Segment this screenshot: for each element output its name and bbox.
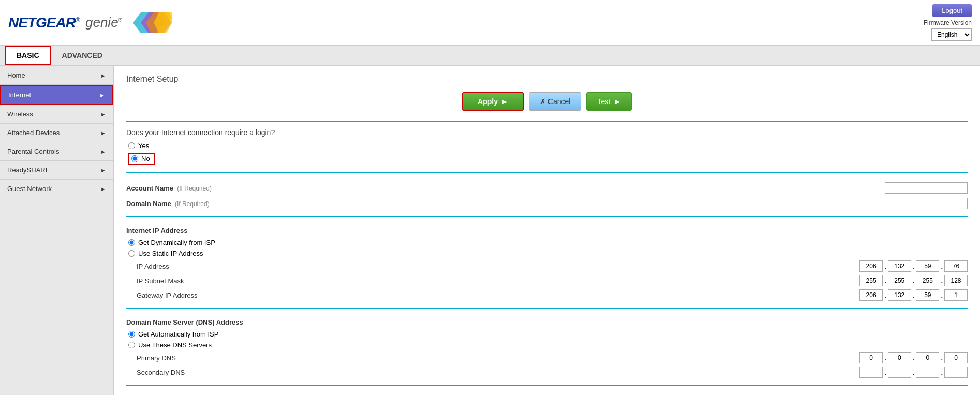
sidebar-item-internet[interactable]: Internet ► <box>0 85 113 105</box>
radio-dns-manual[interactable] <box>128 342 135 348</box>
account-section: Account Name (If Required) Domain Name (… <box>126 179 968 209</box>
primary-dns-octet3[interactable] <box>916 352 939 363</box>
account-name-input-wrapper <box>885 182 968 194</box>
account-name-input[interactable] <box>885 182 968 194</box>
header: NETGEAR® genie® Logout Firmware Version … <box>0 0 980 46</box>
secondary-dns-octet1[interactable] <box>859 367 883 378</box>
ip-address-octet4[interactable] <box>944 260 968 272</box>
radio-no[interactable] <box>131 155 138 162</box>
sidebar-item-home[interactable]: Home ► <box>0 66 113 85</box>
gateway-octet1[interactable] <box>859 289 883 301</box>
sidebar-item-home-label: Home <box>7 71 25 79</box>
gateway-octet2[interactable] <box>888 289 911 301</box>
main-layout: Home ► Internet ► Wireless ► Attached De… <box>0 66 980 395</box>
subnet-octet4[interactable] <box>944 275 968 286</box>
sidebar-item-wireless[interactable]: Wireless ► <box>0 105 113 124</box>
ip-address-octet2[interactable] <box>888 260 911 272</box>
tab-advanced[interactable]: ADVANCED <box>51 46 114 65</box>
radio-dns-auto[interactable] <box>128 331 135 338</box>
primary-dns-row: Primary DNS . . . <box>126 352 968 363</box>
action-bar: Apply ► ✗ Cancel Test ► <box>126 92 968 111</box>
tab-basic[interactable]: BASIC <box>5 46 51 65</box>
secondary-dns-octet4[interactable] <box>944 367 968 378</box>
sidebar-item-parental-label: Parental Controls <box>7 148 59 155</box>
secondary-dns-row: Secondary DNS . . . <box>126 367 968 378</box>
apply-button[interactable]: Apply ► <box>462 92 524 111</box>
logout-button[interactable]: Logout <box>932 4 972 17</box>
subnet-octet3[interactable] <box>916 275 939 286</box>
sidebar-arrow-attached: ► <box>100 130 106 136</box>
gateway-inputs: . . . <box>859 289 968 301</box>
ip-address-octet3[interactable] <box>916 260 939 272</box>
secondary-dns-octet3[interactable] <box>916 367 939 378</box>
sidebar-item-readyshare[interactable]: ReadySHARE ► <box>0 161 113 180</box>
dns-title: Domain Name Server (DNS) Address <box>126 318 968 326</box>
primary-dns-octet2[interactable] <box>888 352 911 363</box>
nav-tabs: BASIC ADVANCED <box>0 46 980 66</box>
ip-address-octet1[interactable] <box>859 260 883 272</box>
subnet-octet1[interactable] <box>859 275 883 286</box>
radio-yes-label[interactable]: Yes <box>138 142 149 150</box>
sidebar-item-attached-devices[interactable]: Attached Devices ► <box>0 124 113 142</box>
sidebar-arrow-parental: ► <box>100 149 106 155</box>
dns-section: Domain Name Server (DNS) Address Get Aut… <box>126 315 968 378</box>
sidebar: Home ► Internet ► Wireless ► Attached De… <box>0 66 114 395</box>
radio-dns-manual-label[interactable]: Use These DNS Servers <box>138 341 212 349</box>
ip-section: Internet IP Address Get Dynamically from… <box>126 224 968 301</box>
subnet-mask-row: IP Subnet Mask . . . <box>126 275 968 286</box>
radio-static[interactable] <box>128 250 135 257</box>
page-title: Internet Setup <box>126 75 968 84</box>
subnet-mask-inputs: . . . <box>859 275 968 286</box>
radio-static-row: Use Static IP Address <box>126 250 968 257</box>
ip-address-inputs: . . . <box>859 260 968 272</box>
genie-logo: genie® <box>82 14 122 31</box>
primary-dns-octet4[interactable] <box>944 352 968 363</box>
divider-1 <box>126 172 968 173</box>
content-area: Internet Setup Apply ► ✗ Cancel Test ► D… <box>114 66 980 395</box>
genie-trademark: ® <box>118 17 122 23</box>
radio-dynamic[interactable] <box>128 239 135 246</box>
logo-area: NETGEAR® genie® <box>8 12 924 33</box>
sidebar-arrow-guest: ► <box>100 186 106 192</box>
domain-name-input-wrapper <box>885 198 968 209</box>
subnet-octet2[interactable] <box>888 275 911 286</box>
primary-dns-octet1[interactable] <box>859 352 883 363</box>
apply-arrow-icon: ► <box>501 97 508 106</box>
sidebar-arrow-wireless: ► <box>100 111 106 118</box>
domain-name-input[interactable] <box>885 198 968 209</box>
domain-name-label: Domain Name (If Required) <box>126 200 219 208</box>
sidebar-item-guest-label: Guest Network <box>7 185 52 193</box>
sidebar-arrow-home: ► <box>100 72 106 79</box>
secondary-dns-inputs: . . . <box>859 367 968 378</box>
gateway-octet4[interactable] <box>944 289 968 301</box>
secondary-dns-octet2[interactable] <box>888 367 911 378</box>
netgear-logo: NETGEAR® <box>8 14 80 31</box>
primary-dns-label: Primary DNS <box>126 354 230 362</box>
radio-yes[interactable] <box>128 142 135 149</box>
sidebar-arrow-readyshare: ► <box>100 167 106 173</box>
gateway-label: Gateway IP Address <box>126 291 230 299</box>
primary-dns-inputs: . . . <box>859 352 968 363</box>
test-button[interactable]: Test ► <box>586 92 632 111</box>
divider-3 <box>126 308 968 309</box>
apply-label: Apply <box>478 97 498 106</box>
secondary-dns-label: Secondary DNS <box>126 369 230 376</box>
language-select[interactable]: English French Spanish German Italian <box>931 28 972 41</box>
radio-no-label[interactable]: No <box>141 155 150 163</box>
sidebar-item-parental-controls[interactable]: Parental Controls ► <box>0 142 113 161</box>
radio-static-label[interactable]: Use Static IP Address <box>138 250 203 257</box>
radio-dns-auto-label[interactable]: Get Automatically from ISP <box>138 330 218 338</box>
radio-no-selected: No <box>128 153 155 165</box>
cancel-label: Cancel <box>548 97 571 106</box>
cancel-button[interactable]: ✗ Cancel <box>529 92 582 111</box>
header-right: Logout Firmware Version English French S… <box>924 4 972 41</box>
gateway-octet3[interactable] <box>916 289 939 301</box>
registered-mark: ® <box>76 16 80 23</box>
radio-dynamic-row: Get Dynamically from ISP <box>126 239 968 246</box>
firmware-version-label: Firmware Version <box>924 19 972 26</box>
sidebar-item-attached-label: Attached Devices <box>7 129 60 137</box>
sidebar-item-guest-network[interactable]: Guest Network ► <box>0 180 113 198</box>
logo-shape <box>130 12 172 33</box>
account-name-label: Account Name (If Required) <box>126 184 219 192</box>
radio-dynamic-label[interactable]: Get Dynamically from ISP <box>138 239 215 246</box>
